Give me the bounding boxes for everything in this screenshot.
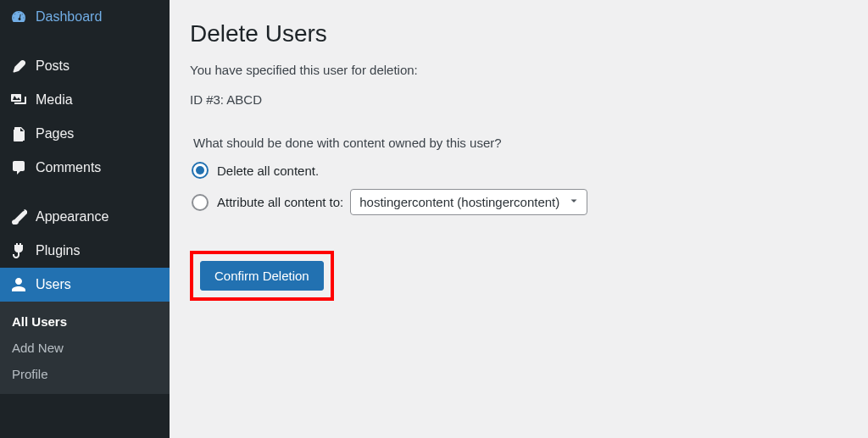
sidebar-item-label: Pages (36, 126, 74, 141)
sidebar-item-media[interactable]: Media (0, 83, 170, 117)
plug-icon (10, 242, 27, 259)
sidebar-item-label: Users (36, 277, 71, 292)
radio-label-attribute: Attribute all content to: (217, 195, 343, 209)
sidebar-item-posts[interactable]: Posts (0, 49, 170, 83)
deletion-description: You have specified this user for deletio… (190, 63, 848, 77)
option-delete-all[interactable]: Delete all content. (192, 162, 848, 179)
pin-icon (10, 58, 27, 75)
admin-sidebar: Dashboard Posts Media Pages Comments App… (0, 0, 170, 438)
submenu-item-all-users[interactable]: All Users (0, 308, 170, 335)
sidebar-item-label: Posts (36, 58, 70, 74)
submenu-item-label: Profile (12, 367, 48, 381)
submenu-item-profile[interactable]: Profile (0, 361, 170, 387)
select-value: hostingercontent (hostingercontent) (359, 195, 559, 209)
media-icon (10, 91, 27, 108)
users-submenu: All Users Add New Profile (0, 302, 170, 394)
comments-icon (10, 159, 27, 176)
radio-label-delete: Delete all content. (217, 164, 319, 178)
sidebar-item-label: Media (36, 92, 73, 108)
confirm-highlight: Confirm Deletion (190, 251, 334, 301)
sidebar-item-users[interactable]: Users (0, 268, 170, 302)
sidebar-item-appearance[interactable]: Appearance (0, 200, 170, 234)
sidebar-item-label: Appearance (36, 209, 108, 225)
page-title: Delete Users (190, 20, 848, 47)
chevron-down-icon (568, 195, 580, 209)
sidebar-item-label: Dashboard (36, 9, 102, 25)
brush-icon (10, 208, 27, 225)
submenu-item-label: Add New (12, 341, 64, 355)
menu-separator (0, 34, 170, 49)
sidebar-item-pages[interactable]: Pages (0, 117, 170, 151)
content-question: What should be done with content owned b… (193, 136, 848, 150)
confirm-deletion-button[interactable]: Confirm Deletion (200, 261, 324, 291)
main-content: Delete Users You have specified this use… (170, 0, 868, 438)
sidebar-item-comments[interactable]: Comments (0, 151, 170, 185)
radio-attribute[interactable] (192, 194, 209, 211)
sidebar-item-label: Comments (36, 160, 101, 175)
submenu-item-add-new[interactable]: Add New (0, 335, 170, 361)
user-id-line: ID #3: ABCD (190, 92, 848, 107)
sidebar-item-dashboard[interactable]: Dashboard (0, 0, 170, 34)
user-icon (10, 276, 27, 293)
reassign-user-select[interactable]: hostingercontent (hostingercontent) (350, 189, 587, 215)
radio-delete-all[interactable] (192, 162, 209, 179)
sidebar-item-label: Plugins (36, 243, 80, 258)
option-attribute[interactable]: Attribute all content to: hostingerconte… (192, 189, 848, 215)
dashboard-icon (10, 8, 27, 25)
sidebar-item-plugins[interactable]: Plugins (0, 234, 170, 268)
pages-icon (10, 125, 27, 142)
submenu-item-label: All Users (12, 314, 67, 329)
menu-separator (0, 185, 170, 200)
